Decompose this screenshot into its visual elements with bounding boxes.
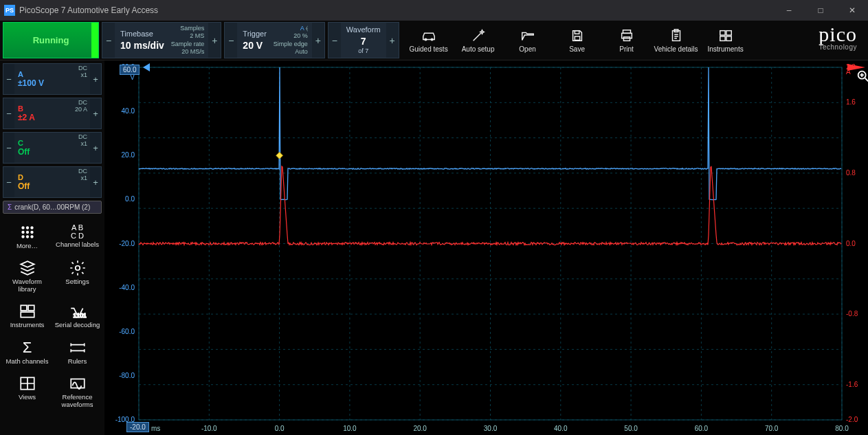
minimize-button[interactable]: –	[773, 0, 805, 21]
wand-icon	[471, 28, 486, 43]
scope-view[interactable]: -20.0-10.00.010.020.030.040.050.060.070.…	[104, 60, 868, 435]
trigger-label: Trigger	[243, 29, 266, 38]
rulers-button[interactable]: Rulers	[53, 336, 102, 368]
channel-d-dec[interactable]: −	[3, 167, 14, 197]
channel-a-inc[interactable]: +	[90, 64, 101, 94]
x-axis-badge[interactable]: -20.0	[126, 422, 149, 432]
channel-d-inc[interactable]: +	[90, 167, 101, 197]
instruments-button[interactable]: Instruments	[702, 22, 750, 58]
waveform-library-button[interactable]: Waveform library	[3, 256, 52, 295]
svg-rect-6	[623, 36, 630, 41]
run-label: Running	[33, 35, 69, 45]
channel-c-range: Off	[18, 147, 87, 157]
reference-icon	[69, 375, 87, 392]
maximize-button[interactable]: □	[805, 0, 836, 21]
auto-setup-button[interactable]: Auto setup	[454, 22, 502, 58]
svg-text:60.0: 60.0	[695, 425, 709, 432]
svg-text:0.0: 0.0	[125, 195, 135, 203]
channel-b-box[interactable]: − B ±2 A DC20 A +	[3, 98, 102, 129]
svg-marker-84	[143, 63, 150, 71]
svg-text:-2.0: -2.0	[846, 416, 858, 423]
sidebar: − A ±100 V DCx1 + − B ±2 A DC20 A + − C …	[0, 60, 104, 435]
svg-text:0.0: 0.0	[846, 240, 856, 247]
svg-text:20.0: 20.0	[122, 151, 135, 159]
channel-a-box[interactable]: − A ±100 V DCx1 +	[3, 63, 102, 95]
channel-a-dec[interactable]: −	[3, 64, 14, 94]
clipboard-icon	[669, 28, 684, 43]
svg-rect-11	[720, 36, 724, 40]
channel-c-dec[interactable]: −	[3, 133, 14, 163]
trigger-meta: A ⦑ 20 % Simple edge Auto	[272, 23, 312, 58]
views-icon	[19, 375, 36, 392]
library-icon	[19, 259, 36, 277]
rulers-icon	[69, 339, 87, 357]
instruments-icon	[718, 28, 733, 43]
channel-d-id: D	[18, 173, 87, 181]
y-axis-badge[interactable]: 60.0	[120, 65, 140, 75]
serial-decoding-button[interactable]: 1101 Serial decoding	[53, 300, 102, 331]
channel-c-inc[interactable]: +	[90, 133, 101, 163]
svg-text:-60.0: -60.0	[119, 328, 135, 335]
math-channels-button[interactable]: Σ Math channels	[3, 336, 52, 368]
channel-c-box[interactable]: − C Off DCx1 +	[3, 132, 102, 164]
titlebar: PS PicoScope 7 Automotive Early Access –…	[0, 0, 868, 21]
waveform-of: of 7	[358, 47, 368, 56]
svg-text:1101: 1101	[73, 312, 86, 319]
grid-dots-icon	[19, 223, 36, 241]
trigger-panel: − Trigger 20 V A ⦑ 20 % Simple edge Auto…	[224, 22, 324, 58]
svg-point-16	[21, 231, 24, 234]
svg-text:1.6: 1.6	[846, 98, 856, 106]
sigma-icon: Σ	[8, 203, 12, 211]
scope-canvas: -20.0-10.00.010.020.030.040.050.060.070.…	[104, 60, 868, 435]
waveform-next[interactable]: +	[386, 23, 399, 58]
more-button[interactable]: More…	[3, 221, 52, 252]
channel-a-range: ±100 V	[18, 78, 87, 88]
print-button[interactable]: Print	[603, 22, 651, 58]
waveform-prev[interactable]: −	[329, 23, 341, 58]
svg-rect-9	[720, 30, 724, 34]
timebase-dec[interactable]: −	[102, 23, 115, 58]
open-button[interactable]: Open	[504, 22, 552, 58]
svg-point-19	[21, 235, 24, 238]
channel-b-dec[interactable]: −	[3, 98, 14, 129]
channel-b-inc[interactable]: +	[90, 98, 101, 129]
trigger-dec[interactable]: −	[225, 23, 237, 58]
waveform-value[interactable]: 7	[361, 35, 366, 47]
timebase-inc[interactable]: +	[208, 23, 221, 58]
abcd-icon: A BC D	[71, 223, 84, 240]
svg-text:10.0: 10.0	[343, 425, 357, 432]
instruments-side-button[interactable]: Instruments	[3, 300, 52, 331]
gear-icon	[69, 259, 87, 277]
svg-text:40.0: 40.0	[554, 425, 568, 432]
svg-point-18	[30, 231, 33, 234]
timebase-label: Timebase	[120, 29, 164, 38]
math-channel-chip[interactable]: Σ crank(D, 60…00RPM (2)	[3, 201, 102, 214]
views-button[interactable]: Views	[3, 372, 52, 411]
serial-icon: 1101	[69, 302, 87, 320]
channel-labels-button[interactable]: A BC D Channel labels	[53, 221, 102, 252]
svg-point-13	[21, 226, 24, 229]
svg-rect-2	[575, 30, 579, 34]
math-channel-text: crank(D, 60…00RPM (2)	[14, 203, 90, 211]
timebase-meta: Samples 2 MS Sample rate 20 MS/s	[170, 23, 209, 58]
channel-d-box[interactable]: − D Off DCx1 +	[3, 166, 102, 198]
settings-button[interactable]: Settings	[53, 256, 102, 295]
trigger-value[interactable]: 20 V	[243, 39, 266, 52]
svg-text:70.0: 70.0	[765, 425, 779, 432]
svg-text:-1.6: -1.6	[846, 381, 858, 388]
run-stop-button[interactable]: Running	[3, 22, 99, 58]
svg-rect-24	[28, 306, 34, 311]
sidebar-tools: More… A BC D Channel labels Waveform lib…	[3, 221, 102, 411]
guided-tests-button[interactable]: Guided tests	[405, 22, 453, 58]
vehicle-details-button[interactable]: Vehicle details	[652, 22, 700, 58]
trigger-inc[interactable]: +	[312, 23, 324, 58]
reference-waveforms-button[interactable]: Reference waveforms	[53, 372, 102, 411]
save-button[interactable]: Save	[553, 22, 601, 58]
timebase-value[interactable]: 10 ms/div	[120, 39, 164, 52]
window-title: PicoScope 7 Automotive Early Access	[19, 5, 773, 15]
close-button[interactable]: ✕	[836, 0, 868, 21]
waveform-label: Waveform	[346, 25, 381, 34]
timebase-panel: − Timebase 10 ms/div Samples 2 MS Sample…	[102, 22, 221, 58]
svg-point-21	[30, 235, 33, 238]
svg-rect-12	[726, 36, 731, 40]
